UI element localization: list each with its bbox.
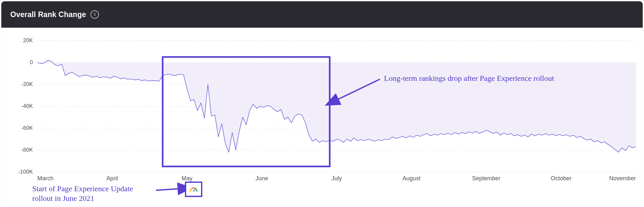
svg-text:-60K: -60K	[21, 125, 33, 131]
svg-text:-80K: -80K	[21, 147, 33, 153]
chart-area: 20K0-20K-40K-60K-80K-100KMarchAprilMayJu…	[1, 28, 643, 206]
svg-text:September: September	[472, 175, 500, 182]
annotation-start: Start of Page Experience Update rollout …	[32, 184, 180, 203]
svg-text:20K: 20K	[23, 37, 33, 43]
chart-card: Overall Rank Change i 20K0-20K-40K-60K-8…	[1, 1, 643, 206]
line-chart: 20K0-20K-40K-60K-80K-100KMarchAprilMayJu…	[1, 28, 643, 206]
gauge-icon	[189, 186, 198, 193]
card-title: Overall Rank Change	[10, 10, 86, 19]
svg-text:June: June	[255, 175, 268, 182]
svg-text:July: July	[332, 175, 342, 182]
svg-text:March: March	[37, 175, 53, 182]
svg-text:April: April	[106, 175, 118, 182]
info-icon[interactable]: i	[91, 10, 99, 19]
svg-text:-40K: -40K	[21, 103, 33, 109]
annotation-start-line1: Start of Page Experience Update	[32, 184, 133, 193]
svg-text:May: May	[181, 175, 192, 182]
svg-text:August: August	[402, 175, 420, 182]
svg-text:October: October	[551, 175, 572, 182]
annotation-start-line2: rollout in June 2021	[32, 194, 94, 202]
svg-line-27	[194, 189, 195, 191]
annotation-drop: Long-term rankings drop after Page Exper…	[384, 73, 554, 83]
svg-text:-20K: -20K	[21, 81, 33, 87]
svg-text:-100K: -100K	[18, 169, 33, 175]
page-experience-badge	[185, 182, 202, 197]
card-header: Overall Rank Change i	[1, 1, 643, 28]
svg-text:0: 0	[30, 59, 33, 65]
svg-text:November: November	[609, 175, 636, 182]
